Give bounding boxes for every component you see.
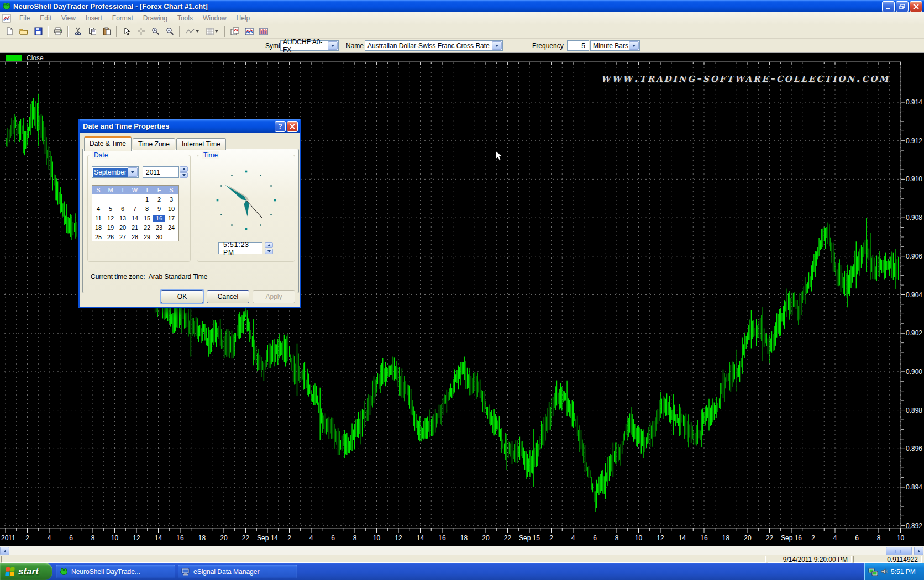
line-tool-dropdown-icon[interactable] xyxy=(196,30,199,33)
svg-text:16: 16 xyxy=(176,534,184,542)
calendar-day[interactable]: 29 xyxy=(141,234,153,240)
crosshair-icon[interactable] xyxy=(134,25,148,38)
close-button[interactable] xyxy=(910,1,922,12)
frequency-input[interactable]: 5 xyxy=(567,40,589,51)
tray-clock[interactable]: 5:51 PM xyxy=(891,568,916,576)
svg-text:20: 20 xyxy=(744,534,752,542)
calendar-day[interactable]: 10 xyxy=(165,205,177,212)
calendar-day[interactable]: 27 xyxy=(117,234,129,240)
menu-file[interactable]: File xyxy=(14,13,35,24)
menu-drawing[interactable]: Drawing xyxy=(138,13,172,24)
calendar-day[interactable]: 14 xyxy=(129,215,141,222)
dialog-help-button[interactable]: ? xyxy=(275,121,286,132)
new-document-icon[interactable] xyxy=(2,25,17,38)
calendar-day[interactable]: 1 xyxy=(141,196,153,203)
svg-text:12: 12 xyxy=(133,534,140,542)
month-dropdown-icon[interactable] xyxy=(128,167,138,177)
cut-icon[interactable] xyxy=(71,25,85,38)
calendar-day[interactable]: 11 xyxy=(92,215,104,222)
pattern-fill-dropdown-icon[interactable] xyxy=(215,30,218,33)
calendar-day[interactable]: 13 xyxy=(117,215,129,222)
calendar-day[interactable]: 30 xyxy=(153,234,165,240)
calendar-day[interactable]: 12 xyxy=(104,215,117,222)
network-icon[interactable] xyxy=(868,567,878,576)
symbol-dropdown-icon[interactable] xyxy=(328,41,338,50)
time-input[interactable]: 5:51:23 PM xyxy=(218,242,262,254)
calendar-day[interactable]: 2 xyxy=(153,196,165,203)
zoom-out-icon[interactable] xyxy=(162,25,177,38)
menu-window[interactable]: Window xyxy=(198,13,232,24)
calendar-day[interactable]: 8 xyxy=(141,205,153,212)
copy-icon[interactable] xyxy=(85,25,99,38)
calendar-day[interactable]: 4 xyxy=(92,205,104,212)
calendar-day[interactable]: 22 xyxy=(141,224,153,231)
calendar-day[interactable]: 6 xyxy=(117,205,129,212)
svg-text:14: 14 xyxy=(679,534,686,542)
tab-time-zone[interactable]: Time Zone xyxy=(133,138,175,150)
scroll-left-button[interactable] xyxy=(0,547,9,555)
menu-edit[interactable]: Edit xyxy=(35,13,56,24)
calendar-day[interactable]: 19 xyxy=(104,224,117,231)
chart-overlay-icon[interactable] xyxy=(228,25,242,38)
calendar-day[interactable]: 28 xyxy=(129,234,141,240)
time-spinner[interactable] xyxy=(265,242,273,254)
taskbar-task-neuroshell[interactable]: NeuroShell DayTrade... xyxy=(56,565,175,578)
name-dropdown-icon[interactable] xyxy=(492,41,502,50)
cancel-button[interactable]: Cancel xyxy=(207,290,249,303)
menu-view[interactable]: View xyxy=(56,13,81,24)
calendar-day[interactable]: 21 xyxy=(129,224,141,231)
ok-button[interactable]: OK xyxy=(161,290,203,303)
scroll-right-button[interactable] xyxy=(914,547,923,555)
restore-button[interactable] xyxy=(896,1,909,12)
month-select[interactable]: September xyxy=(92,166,139,178)
svg-text:14: 14 xyxy=(417,534,424,542)
year-input[interactable]: 2011 xyxy=(143,166,179,178)
name-combobox[interactable]: Australian Dollar-Swiss Franc Cross Rate xyxy=(365,40,503,51)
calendar-day[interactable]: 23 xyxy=(153,224,165,231)
tab-date-time[interactable]: Date & Time xyxy=(84,136,132,151)
dialog-close-button[interactable] xyxy=(287,121,298,132)
menu-help[interactable]: Help xyxy=(232,13,255,24)
paste-icon[interactable] xyxy=(99,25,114,38)
tab-internet-time[interactable]: Internet Time xyxy=(176,138,226,150)
save-icon[interactable] xyxy=(31,25,45,38)
calendar-day[interactable]: 20 xyxy=(117,224,129,231)
taskbar-task-esignal[interactable]: eSignal Data Manager xyxy=(178,565,297,578)
zoom-in-icon[interactable] xyxy=(148,25,162,38)
frequency-unit-dropdown-icon[interactable] xyxy=(629,41,639,50)
calendar-day[interactable]: 25 xyxy=(92,234,104,240)
pattern-fill-icon[interactable] xyxy=(202,25,222,38)
open-folder-icon[interactable] xyxy=(17,25,31,38)
app-icon xyxy=(2,2,11,10)
menu-format[interactable]: Format xyxy=(107,13,138,24)
minimize-button[interactable] xyxy=(882,1,895,12)
window-titlebar[interactable]: NeuroShell DayTrader Professional - [For… xyxy=(0,0,924,12)
menu-tools[interactable]: Tools xyxy=(172,13,198,24)
pointer-icon[interactable] xyxy=(119,25,134,38)
chart-document-icon[interactable] xyxy=(2,14,11,23)
month-value: September xyxy=(93,168,128,177)
line-tool-icon[interactable] xyxy=(182,25,202,38)
chart-bars-icon[interactable] xyxy=(256,25,271,38)
frequency-unit-combobox[interactable]: Minute Bars xyxy=(590,40,640,51)
calendar-day[interactable]: 9 xyxy=(153,205,165,212)
calendar-day[interactable]: 15 xyxy=(141,215,153,222)
chart-band-icon[interactable] xyxy=(242,25,256,38)
calendar-day[interactable]: 18 xyxy=(92,224,104,231)
volume-icon[interactable] xyxy=(880,567,889,576)
calendar-day[interactable]: 7 xyxy=(129,205,141,212)
symbol-combobox[interactable]: AUDCHF A0-FX xyxy=(280,40,339,51)
dialog-titlebar[interactable]: Date and Time Properties ? xyxy=(80,119,300,133)
calendar-day[interactable]: 5 xyxy=(104,205,117,212)
year-spinner[interactable] xyxy=(180,166,188,178)
calendar-day[interactable]: 17 xyxy=(165,215,177,222)
windows-logo-icon xyxy=(4,566,16,577)
calendar-day[interactable]: 26 xyxy=(104,234,117,240)
menu-insert[interactable]: Insert xyxy=(81,13,107,24)
print-icon[interactable] xyxy=(51,25,65,38)
scrollbar-thumb[interactable] xyxy=(886,547,912,555)
start-button[interactable]: start xyxy=(0,563,53,580)
calendar-day[interactable]: 16 xyxy=(153,215,165,222)
calendar-day[interactable]: 24 xyxy=(165,224,177,231)
calendar-day[interactable]: 3 xyxy=(165,196,177,203)
